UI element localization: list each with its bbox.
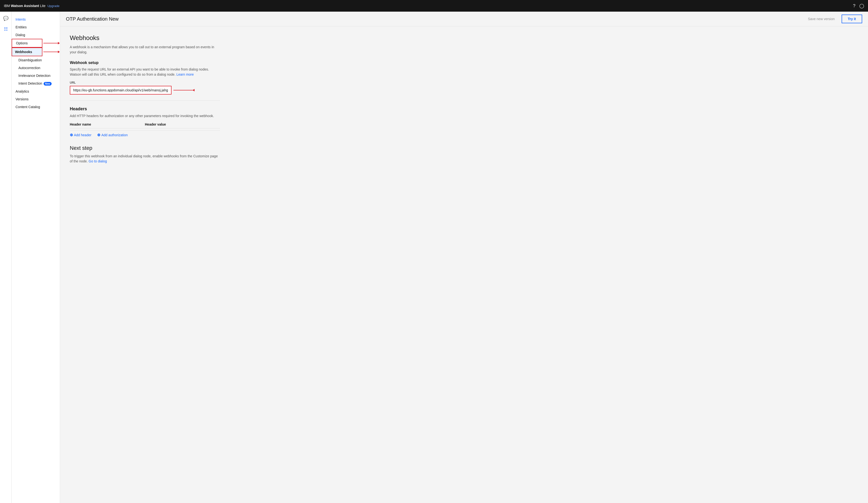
main-content: OTP Authentication New Save new version … [60,12,868,503]
page-header: OTP Authentication New Save new version … [60,12,868,27]
brand-lite: Lite [40,4,45,8]
nav-disambiguation[interactable]: Disambiguation [12,56,60,64]
nav-options[interactable]: Options [12,39,42,48]
add-links: ⊕ Add header ⊕ Add authorization [70,133,220,137]
nav-entities[interactable]: Entities [12,23,60,31]
nav-content-catalog[interactable]: Content Catalog [12,103,60,111]
brand-ibm: IBM [4,4,10,8]
col-header-name: Header name [70,122,145,126]
url-label: URL [70,81,220,84]
save-version-button[interactable]: Save new version [804,15,839,23]
table-divider [70,130,220,131]
headers-title: Headers [70,107,220,111]
try-it-button[interactable]: Try it [841,14,862,23]
nav-intents[interactable]: Intents [12,16,60,23]
icon-sidebar: 💬 ☷ [0,12,12,503]
webhooks-arrow-line [43,52,58,52]
skills-icon-btn[interactable]: ☷ [1,24,11,34]
divider-1 [70,100,220,101]
url-arrow-line [174,90,193,90]
nav-intent-detection[interactable]: Intent DetectionNew [12,80,60,88]
left-nav: Intents Entities Dialog Options Webhooks… [12,12,60,503]
options-annotation [43,42,60,44]
webhooks-content: Webhooks A webhook is a mechanism that a… [60,27,230,172]
webhook-setup-title: Webhook setup [70,61,220,65]
headers-section: Headers Add HTTP headers for authorizati… [70,107,220,137]
nav-dialog[interactable]: Dialog [12,31,60,39]
webhooks-title: Webhooks [70,34,220,42]
add-header-link[interactable]: ⊕ Add header [70,133,91,137]
url-input[interactable] [70,86,172,94]
add-authorization-label: Add authorization [101,133,128,137]
nav-analytics[interactable]: Analytics [12,88,60,95]
url-input-wrapper [70,86,172,94]
user-icon[interactable]: ◯ [859,3,864,9]
options-arrow-line [43,43,58,43]
next-step-section: Next step To trigger this webhook from a… [70,145,220,164]
headers-desc: Add HTTP headers for authorization or an… [70,113,220,119]
header-actions: Save new version Try it [804,14,862,23]
url-arrow-annotation [174,89,195,91]
nav-webhooks[interactable]: Webhooks [12,48,42,56]
webhooks-row: Webhooks [12,48,60,56]
url-arrow-head [193,89,195,91]
add-header-plus-icon: ⊕ [70,133,73,137]
topbar-left: IBM Watson Assistant Lite Upgrade [4,4,60,8]
new-badge: New [44,82,52,85]
webhook-setup-desc: Specify the request URL for an external … [70,67,220,77]
add-header-label: Add header [74,133,91,137]
page-container: 💬 ☷ Intents Entities Dialog Options Webh… [0,12,868,503]
options-row: Options [12,39,60,48]
next-step-title: Next step [70,145,220,151]
next-step-desc: To trigger this webhook from an individu… [70,154,220,164]
webhooks-desc: A webhook is a mechanism that allows you… [70,44,220,55]
brand-watson: Watson Assistant [11,4,39,8]
chat-icon-btn[interactable]: 💬 [1,13,11,23]
go-to-dialog-link[interactable]: Go to dialog [89,159,107,163]
add-authorization-link[interactable]: ⊕ Add authorization [97,133,128,137]
webhooks-arrow-head [58,51,60,53]
learn-more-link[interactable]: Learn more [176,72,194,76]
brand-text: IBM Watson Assistant Lite [4,4,45,8]
options-arrow-head [58,42,60,44]
nav-autocorrection[interactable]: Autocorrection [12,64,60,72]
col-header-value: Header value [145,122,220,126]
headers-table-head: Header name Header value [70,122,220,129]
topbar-right: ? ◯ [853,3,864,9]
topbar: IBM Watson Assistant Lite Upgrade ? ◯ [0,0,868,12]
nav-versions[interactable]: Versions [12,95,60,103]
upgrade-link[interactable]: Upgrade [48,4,60,8]
page-title: OTP Authentication New [66,16,119,22]
help-icon[interactable]: ? [853,3,855,9]
nav-irrelevance[interactable]: Irrelevance Detection [12,72,60,80]
url-field-row [70,86,220,94]
webhooks-annotation [43,51,60,53]
add-auth-plus-icon: ⊕ [97,133,100,137]
